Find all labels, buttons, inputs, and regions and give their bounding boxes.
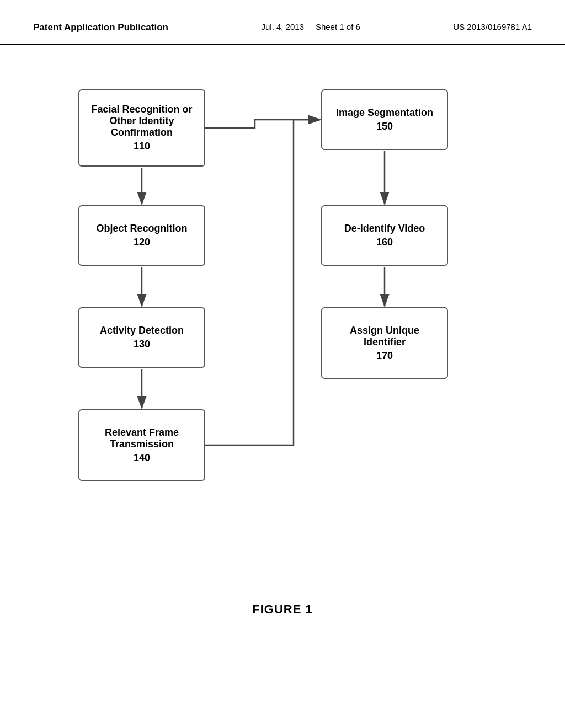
box-140-number: 140: [134, 452, 150, 464]
box-160-number: 160: [376, 237, 393, 248]
box-120: Object Recognition 120: [78, 205, 205, 266]
diagram-area: Facial Recognition orOther IdentityConfi…: [56, 89, 509, 586]
box-120-number: 120: [134, 237, 150, 248]
publication-label: Patent Application Publication: [33, 22, 168, 33]
box-170-label: Assign UniqueIdentifier: [350, 325, 419, 348]
box-130-number: 130: [134, 339, 150, 350]
box-130: Activity Detection 130: [78, 307, 205, 368]
date-label: Jul. 4, 2013: [262, 22, 305, 31]
box-110: Facial Recognition orOther IdentityConfi…: [78, 89, 205, 167]
box-150-label: Image Segmentation: [336, 107, 433, 119]
date-sheet-label: Jul. 4, 2013 Sheet 1 of 6: [262, 22, 360, 31]
sheet-label: Sheet 1 of 6: [316, 22, 360, 31]
box-160-label: De-Identify Video: [344, 223, 425, 234]
page-header: Patent Application Publication Jul. 4, 2…: [0, 0, 565, 45]
box-110-number: 110: [134, 141, 150, 152]
box-130-label: Activity Detection: [100, 325, 184, 336]
box-170: Assign UniqueIdentifier 170: [321, 307, 448, 379]
box-110-label: Facial Recognition orOther IdentityConfi…: [91, 104, 192, 138]
box-140: Relevant FrameTransmission 140: [78, 409, 205, 481]
box-120-label: Object Recognition: [96, 223, 187, 234]
box-140-label: Relevant FrameTransmission: [105, 427, 179, 450]
box-150: Image Segmentation 150: [321, 89, 448, 150]
patent-number-label: US 2013/0169781 A1: [453, 22, 532, 31]
box-160: De-Identify Video 160: [321, 205, 448, 266]
figure-label: FIGURE 1: [0, 602, 565, 617]
page-container: Patent Application Publication Jul. 4, 2…: [0, 0, 565, 728]
box-170-number: 170: [376, 350, 393, 362]
box-150-number: 150: [376, 121, 393, 132]
